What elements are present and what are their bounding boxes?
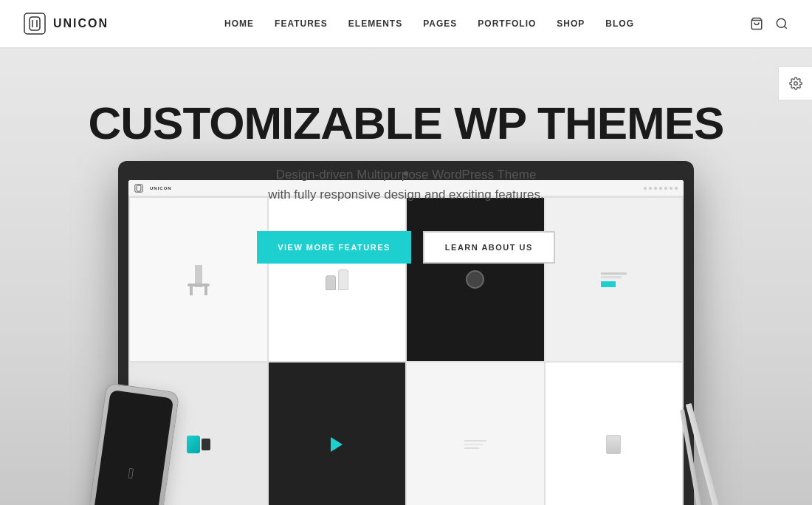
screen-tile-6 <box>269 363 406 505</box>
nav-home[interactable]: HOME <box>224 18 254 29</box>
phone-screen <box>92 390 173 505</box>
nav-pages[interactable]: PAGES <box>423 18 457 29</box>
hero-subtitle-line1: Design-driven Multipurpose WordPress The… <box>276 168 537 182</box>
nav-shop[interactable]: SHOP <box>557 18 585 29</box>
hero-title: CUSTOMIZABLE WP THEMES <box>89 99 724 147</box>
nav-blog[interactable]: BLOG <box>605 18 634 29</box>
nav-elements[interactable]: ELEMENTS <box>348 18 402 29</box>
view-more-features-button[interactable]: VIEW MORE FEATURES <box>257 231 411 264</box>
svg-rect-0 <box>24 13 45 34</box>
hero-section: CUSTOMIZABLE WP THEMES Design-driven Mul… <box>0 47 812 505</box>
svg-line-3 <box>784 26 786 28</box>
svg-point-2 <box>777 18 785 27</box>
brand-name: UNICON <box>53 17 109 30</box>
cart-icon[interactable] <box>750 17 763 30</box>
nav-links: HOME FEATURES ELEMENTS PAGES PORTFOLIO S… <box>224 18 634 29</box>
svg-rect-9 <box>204 286 207 295</box>
nav-portfolio[interactable]: PORTFOLIO <box>478 18 536 29</box>
search-icon[interactable] <box>775 17 788 30</box>
nav-features[interactable]: FEATURES <box>275 18 328 29</box>
hero-subtitle: Design-driven Multipurpose WordPress The… <box>89 165 724 205</box>
logo[interactable]: UNICON <box>24 13 109 35</box>
settings-button[interactable] <box>778 66 812 100</box>
hero-content: CUSTOMIZABLE WP THEMES Design-driven Mul… <box>89 99 724 264</box>
learn-about-us-button[interactable]: LEARN ABOUT US <box>423 231 555 264</box>
phone-mockup:  <box>86 382 180 505</box>
logo-icon <box>24 13 46 35</box>
screen-tile-7 <box>407 363 544 505</box>
svg-rect-7 <box>187 284 210 286</box>
hero-buttons: VIEW MORE FEATURES LEARN ABOUT US <box>89 231 724 264</box>
svg-point-4 <box>794 82 797 86</box>
svg-rect-8 <box>190 286 193 295</box>
screen-tile-8 <box>546 363 683 505</box>
hero-subtitle-line2: with fully responsive design and excitin… <box>268 188 543 202</box>
nav-icons <box>750 17 788 30</box>
navbar: UNICON HOME FEATURES ELEMENTS PAGES PORT… <box>0 0 812 47</box>
